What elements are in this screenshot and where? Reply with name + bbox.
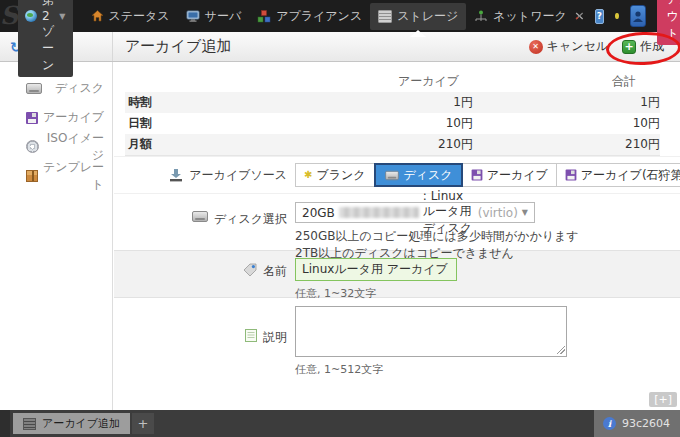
sidebar-item-label: アーカイブ xyxy=(38,109,104,126)
archive-source-button-group: ✱ ブランク ディスク アーカイブ xyxy=(295,163,680,187)
cd-icon xyxy=(26,140,39,153)
page-title: アーカイブ追加 xyxy=(113,37,231,56)
memo-icon xyxy=(245,329,257,342)
nav-item-status[interactable]: ステータス xyxy=(83,3,178,30)
name-label: 名前 xyxy=(263,263,287,280)
sidebar-item-label: テンプレート xyxy=(38,159,104,193)
sidebar: ディスク アーカイブ ISOイメージ テンプレート xyxy=(0,62,113,410)
source-option-blank[interactable]: ✱ ブランク xyxy=(295,163,375,187)
user-button[interactable] xyxy=(630,5,646,27)
network-icon xyxy=(474,10,488,22)
bottom-tab-bar: アーカイブ追加 + i 93c2604 xyxy=(0,410,680,437)
archive-form: アーカイブソース ✱ ブランク ディスク xyxy=(114,156,680,390)
table-row-hourly: 時割 1円 1円 xyxy=(125,92,660,113)
sidebar-item-label: ディスク xyxy=(42,80,104,97)
help-badge-icon[interactable]: ? xyxy=(595,9,605,24)
pricing-col-total: 合計 xyxy=(473,73,660,90)
globe-icon xyxy=(25,10,37,22)
zone-selector[interactable]: 石狩第2ゾーン ▼ xyxy=(18,0,72,77)
nav-label: ストレージ xyxy=(397,8,458,25)
nav-label: サーバ xyxy=(205,8,242,25)
nav-item-server[interactable]: サーバ xyxy=(178,3,250,30)
tab-list-handle[interactable] xyxy=(0,410,10,437)
form-row-name: 名前 任意, 1~32文字 xyxy=(114,250,680,298)
floppy-icon xyxy=(26,112,38,124)
tag-icon xyxy=(243,263,257,276)
form-row-description: 説明 任意, 1~512文字 xyxy=(114,298,680,390)
nav-item-appliance[interactable]: アプライアンス xyxy=(249,3,370,30)
nav-item-storage[interactable]: ストレージ xyxy=(370,3,466,30)
main-panel: アーカイブ 合計 時割 1円 1円 日割 10円 10円 月額 210円 210… xyxy=(114,62,680,410)
storage-icon xyxy=(23,418,36,430)
description-textarea-wrap xyxy=(295,306,567,357)
nav-label: ステータス xyxy=(109,8,170,25)
name-input[interactable] xyxy=(295,258,457,281)
form-row-archive-source: アーカイブソース ✱ ブランク ディスク xyxy=(114,156,680,193)
top-navigation-bar: S 石狩第2ゾーン ▼ ステータス サーバ アプライアンス ストレージ xyxy=(0,0,680,32)
disk-note-1: 250GB以上のコピー処理には多少時間がかかります xyxy=(295,228,579,244)
source-option-archive-zone1[interactable]: アーカイブ(石狩第1ゾーン) xyxy=(556,163,680,187)
disk-size: 20GB xyxy=(302,206,335,220)
brand-logo: S xyxy=(0,1,18,31)
chevron-down-icon: ▼ xyxy=(522,208,528,217)
info-icon: i xyxy=(603,417,616,430)
pricing-header-row: アーカイブ 合計 xyxy=(125,70,660,92)
asterisk-icon: ✱ xyxy=(304,170,312,180)
table-row-daily: 日割 10円 10円 xyxy=(125,113,660,134)
archive-source-label: アーカイブソース xyxy=(189,167,287,184)
topbar-right-group: ? アカウント xyxy=(575,0,680,45)
description-label: 説明 xyxy=(263,329,287,346)
person-icon xyxy=(631,10,645,22)
app-window: S 石狩第2ゾーン ▼ ステータス サーバ アプライアンス ストレージ xyxy=(0,0,680,437)
source-option-disk[interactable]: ディスク xyxy=(374,163,463,187)
notification-dot-icon xyxy=(615,13,619,19)
tab-archive-add[interactable]: アーカイブ追加 xyxy=(13,413,130,434)
main-nav: ステータス サーバ アプライアンス ストレージ ネットワーク xyxy=(83,3,575,30)
disk-select-label-group: ディスク選択 xyxy=(114,194,287,250)
description-note: 任意, 1~512文字 xyxy=(295,362,567,378)
server-icon xyxy=(186,10,200,22)
disk-icon xyxy=(26,83,42,94)
box-icon xyxy=(26,170,38,182)
disk-icon xyxy=(385,170,399,179)
floppy-icon xyxy=(471,170,482,181)
tools-icon[interactable] xyxy=(575,9,584,23)
disk-select-label: ディスク選択 xyxy=(214,211,287,228)
nav-label: アプライアンス xyxy=(276,8,362,25)
form-row-disk-select: ディスク選択 20GB : Linuxルータ用ディスク (virtio) ▼ 2… xyxy=(114,193,680,250)
chevron-down-icon: ▼ xyxy=(59,12,65,21)
pricing-col-archive: アーカイブ xyxy=(248,73,473,90)
description-textarea[interactable] xyxy=(295,306,567,357)
nav-label: ネットワーク xyxy=(493,8,566,25)
source-option-archive[interactable]: アーカイブ xyxy=(462,163,557,187)
floppy-icon xyxy=(565,170,576,181)
expand-button[interactable]: [+] xyxy=(649,392,677,407)
pricing-table: アーカイブ 合計 時割 1円 1円 日割 10円 10円 月額 210円 210… xyxy=(125,70,660,156)
import-icon xyxy=(169,168,183,182)
archive-source-label-group: アーカイブソース xyxy=(114,167,287,184)
sidebar-item-disk[interactable]: ディスク xyxy=(0,74,112,103)
content-area: ディスク アーカイブ ISOイメージ テンプレート アーカイブ xyxy=(0,62,680,410)
tab-label: アーカイブ追加 xyxy=(42,416,120,431)
revision-text: 93c2604 xyxy=(622,417,670,430)
description-label-group: 説明 xyxy=(114,298,287,390)
table-row-monthly: 月額 210円 210円 xyxy=(125,134,660,156)
account-button[interactable]: アカウント xyxy=(657,0,680,45)
appliance-icon xyxy=(257,10,271,23)
redacted-text xyxy=(339,207,419,218)
cancel-x-icon: ✕ xyxy=(529,40,543,54)
revision-badge: i 93c2604 xyxy=(594,410,680,437)
sidebar-item-template[interactable]: テンプレート xyxy=(0,161,112,190)
nav-item-network[interactable]: ネットワーク xyxy=(466,3,574,30)
sidebar-item-archive[interactable]: アーカイブ xyxy=(0,103,112,132)
sidebar-item-iso-image[interactable]: ISOイメージ xyxy=(0,132,112,161)
disk-driver: (virtio) xyxy=(478,206,518,220)
house-icon xyxy=(91,10,104,22)
disk-icon xyxy=(192,211,208,222)
new-tab-button[interactable]: + xyxy=(132,413,154,434)
storage-icon xyxy=(378,10,392,23)
disk-select-dropdown[interactable]: 20GB : Linuxルータ用ディスク (virtio) ▼ xyxy=(295,202,535,223)
name-label-group: 名前 xyxy=(114,251,287,297)
zone-label: 石狩第2ゾーン xyxy=(42,0,54,74)
